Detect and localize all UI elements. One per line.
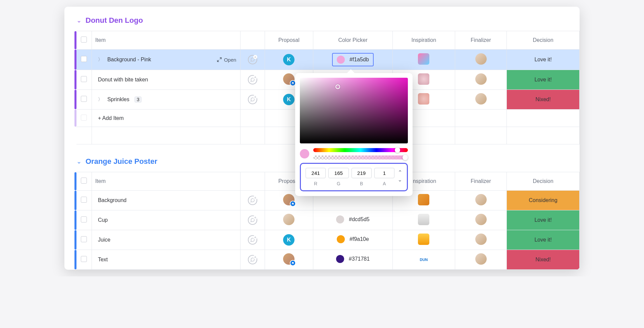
col-color-picker[interactable]: Color Picker <box>313 31 392 50</box>
user-avatar[interactable] <box>475 194 487 205</box>
col-action <box>240 172 265 191</box>
inspiration-thumb[interactable]: DUN <box>418 254 429 265</box>
inspiration-thumb[interactable] <box>418 214 429 225</box>
add-comment-icon[interactable] <box>248 235 257 245</box>
home-badge-icon <box>290 260 296 266</box>
color-cell[interactable]: #dcd5d5 <box>336 215 369 223</box>
expand-icon[interactable]: 〉 <box>98 57 103 63</box>
user-avatar[interactable] <box>475 93 487 105</box>
subitem-count: 3 <box>134 96 142 103</box>
inspiration-thumb[interactable] <box>418 194 429 205</box>
add-comment-icon[interactable] <box>248 215 257 225</box>
col-item[interactable]: Item <box>92 31 240 50</box>
row-checkbox[interactable] <box>81 197 87 203</box>
col-decision[interactable]: Decision <box>507 172 580 191</box>
rgba-g-label: G <box>328 181 348 186</box>
rgba-r-input[interactable] <box>306 168 326 178</box>
add-comment-icon[interactable] <box>248 95 257 104</box>
user-avatar[interactable] <box>283 214 294 225</box>
saturation-cursor[interactable] <box>335 84 340 89</box>
decision-cell[interactable]: Love it! <box>507 50 580 70</box>
decision-cell[interactable]: Love it! <box>507 70 580 90</box>
saturation-panel[interactable] <box>300 78 408 143</box>
item-name: Sprinkles <box>107 96 129 103</box>
table-row[interactable]: JuiceK#f9a10eLove it! <box>76 230 580 250</box>
color-hex: #f1a5db <box>350 57 369 63</box>
row-checkbox[interactable] <box>81 96 87 102</box>
user-avatar[interactable] <box>283 253 294 265</box>
table-row[interactable]: Cup#dcd5d5Love it! <box>76 210 580 230</box>
inspiration-thumb[interactable] <box>418 93 429 105</box>
col-decision[interactable]: Decision <box>507 31 580 50</box>
color-preview-swatch <box>300 149 309 158</box>
inspiration-thumb[interactable] <box>418 234 429 245</box>
decision-cell[interactable]: Love it! <box>507 230 580 250</box>
add-comment-icon[interactable] <box>248 75 257 84</box>
inspiration-thumb[interactable] <box>418 73 429 85</box>
item-name: Background <box>98 197 126 203</box>
row-checkbox[interactable] <box>81 256 87 262</box>
color-swatch <box>337 235 345 243</box>
rgba-a-label: A <box>374 181 394 186</box>
add-comment-icon[interactable] <box>248 196 257 205</box>
user-avatar[interactable] <box>283 194 294 205</box>
row-checkbox[interactable] <box>81 76 87 82</box>
add-comment-icon[interactable] <box>248 255 257 264</box>
color-cell[interactable]: #371781 <box>336 255 370 263</box>
select-all-checkbox[interactable] <box>81 37 87 43</box>
format-stepper[interactable]: ⌃ ⌃ <box>398 168 402 183</box>
col-proposal[interactable]: Proposal <box>265 31 313 50</box>
rgba-a-input[interactable] <box>374 168 394 178</box>
user-avatar[interactable] <box>475 234 487 245</box>
decision-cell[interactable]: Love it! <box>507 210 580 230</box>
group-title: Donut Den Logo <box>86 16 143 25</box>
hue-thumb[interactable] <box>395 147 400 153</box>
user-avatar[interactable] <box>475 73 487 85</box>
alpha-thumb[interactable] <box>402 155 408 160</box>
open-button[interactable]: Open <box>217 57 236 63</box>
rgba-b-input[interactable] <box>352 168 372 178</box>
add-item-label: + Add Item <box>92 110 240 127</box>
table-row[interactable]: Text#371781DUNNixed! <box>76 250 580 270</box>
user-avatar[interactable] <box>475 53 487 65</box>
checkbox-header <box>76 172 92 191</box>
user-avatar[interactable] <box>475 214 487 225</box>
hue-slider[interactable] <box>313 148 408 152</box>
item-name: Text <box>98 257 108 263</box>
group-header[interactable]: ⌄ Donut Den Logo <box>64 16 580 31</box>
color-swatch <box>336 215 344 223</box>
col-inspiration[interactable]: Inspiration <box>393 31 455 50</box>
alpha-slider[interactable] <box>313 155 408 159</box>
user-avatar[interactable] <box>475 253 487 265</box>
col-finalizer[interactable]: Finalizer <box>455 172 507 191</box>
color-swatch <box>337 56 345 64</box>
add-comment-icon[interactable] <box>248 55 257 64</box>
color-cell[interactable]: #f1a5db <box>332 53 374 66</box>
decision-cell[interactable]: Nixed! <box>507 250 580 270</box>
chevron-down-icon: ⌄ <box>76 158 82 165</box>
expand-icon[interactable]: 〉 <box>98 96 103 103</box>
color-hex: #f9a10e <box>350 236 369 242</box>
rgba-b-label: B <box>352 181 372 186</box>
decision-cell[interactable]: Nixed! <box>507 90 580 110</box>
select-all-checkbox[interactable] <box>81 178 87 184</box>
color-cell[interactable]: #f9a10e <box>337 235 369 243</box>
item-name: Cup <box>98 217 108 223</box>
col-item[interactable]: Item <box>92 172 240 191</box>
chevron-down-icon: ⌄ <box>76 17 82 24</box>
decision-cell[interactable]: Considering <box>507 191 580 210</box>
group-title: Orange Juice Poster <box>86 157 157 166</box>
row-checkbox[interactable] <box>81 236 87 242</box>
user-avatar[interactable]: K <box>283 54 294 65</box>
inspiration-thumb[interactable] <box>418 53 429 65</box>
chevron-up-icon: ⌃ <box>398 169 402 176</box>
user-avatar[interactable]: K <box>283 94 294 105</box>
table-row[interactable]: 〉Background - PinkOpenK#f1a5dbLove it! <box>76 50 580 70</box>
item-name: Donut with bite taken <box>98 77 148 83</box>
rgba-g-input[interactable] <box>328 168 348 178</box>
row-checkbox[interactable] <box>81 216 87 222</box>
col-finalizer[interactable]: Finalizer <box>455 31 507 50</box>
row-checkbox[interactable] <box>81 56 87 62</box>
user-avatar[interactable] <box>283 73 294 85</box>
user-avatar[interactable]: K <box>283 234 294 246</box>
